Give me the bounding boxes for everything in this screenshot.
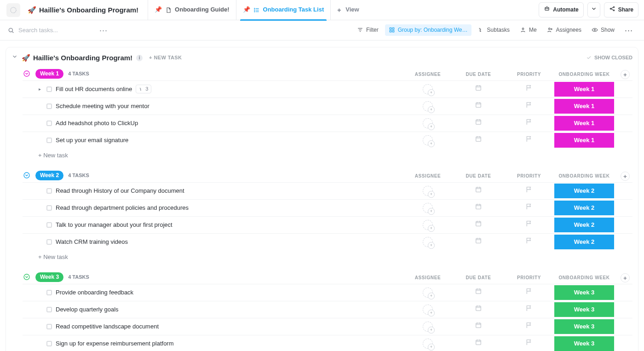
new-task-chip[interactable]: + NEW TASK — [149, 54, 182, 61]
due-date-empty-button[interactable] — [475, 203, 482, 213]
task-name[interactable]: Read through History of our Company docu… — [56, 187, 184, 195]
group-badge[interactable]: Week 3 — [35, 272, 63, 282]
task-name[interactable]: Sign up for expense reimbursement platfo… — [56, 339, 174, 348]
task-name[interactable]: Provide onboarding feedback — [56, 288, 133, 297]
status-checkbox[interactable] — [46, 121, 52, 126]
add-view-button[interactable]: + View — [330, 0, 365, 20]
group-by-button[interactable]: Group by: Onboarding We… — [385, 24, 472, 36]
status-checkbox[interactable] — [46, 205, 52, 211]
column-header-due_date[interactable]: DUE DATE — [453, 173, 504, 179]
task-name[interactable]: Read through department policies and pro… — [56, 204, 189, 212]
task-row[interactable]: Schedule meeting with your mentor Week 1 — [23, 98, 632, 115]
due-date-empty-button[interactable] — [475, 135, 482, 145]
task-row[interactable]: Sign up for expense reimbursement platfo… — [23, 335, 632, 351]
group-collapse-button[interactable] — [23, 171, 31, 179]
assignee-empty-button[interactable] — [423, 84, 433, 94]
status-checkbox[interactable] — [46, 290, 52, 295]
assignee-empty-button[interactable] — [423, 339, 433, 349]
status-checkbox[interactable] — [46, 239, 52, 245]
show-closed-button[interactable]: SHOW CLOSED — [586, 54, 632, 61]
column-header-onboarding_week[interactable]: ONBOARDING WEEK — [554, 275, 614, 281]
priority-empty-button[interactable] — [525, 288, 533, 297]
priority-empty-button[interactable] — [525, 305, 533, 314]
onboarding-week-pill[interactable]: Week 2 — [554, 218, 614, 232]
assignee-empty-button[interactable] — [423, 101, 433, 111]
task-row[interactable]: Develop quarterly goals Week 3 — [23, 301, 632, 318]
onboarding-week-pill[interactable]: Week 3 — [554, 336, 614, 351]
status-checkbox[interactable] — [46, 86, 52, 92]
task-name[interactable]: Schedule meeting with your mentor — [56, 102, 150, 110]
info-icon[interactable]: i — [136, 55, 143, 61]
group-collapse-button[interactable] — [23, 69, 31, 78]
column-header-due_date[interactable]: DUE DATE — [453, 275, 504, 281]
add-column-button[interactable]: + — [621, 70, 630, 79]
due-date-empty-button[interactable] — [475, 118, 482, 128]
due-date-empty-button[interactable] — [475, 339, 482, 348]
group-badge[interactable]: Week 2 — [35, 171, 63, 180]
onboarding-week-pill[interactable]: Week 1 — [554, 116, 614, 131]
onboarding-week-pill[interactable]: Week 1 — [554, 99, 614, 114]
priority-empty-button[interactable] — [525, 84, 533, 94]
priority-empty-button[interactable] — [525, 339, 533, 348]
column-header-assignee[interactable]: ASSIGNEE — [402, 71, 453, 78]
task-row[interactable]: Provide onboarding feedback Week 3 — [23, 284, 632, 301]
assignee-empty-button[interactable] — [423, 237, 433, 247]
task-name[interactable]: Set up your email signature — [56, 136, 128, 144]
task-name[interactable]: Talk to your manager about your first pr… — [56, 221, 172, 229]
column-header-assignee[interactable]: ASSIGNEE — [402, 173, 453, 179]
priority-empty-button[interactable] — [525, 220, 533, 230]
onboarding-week-pill[interactable]: Week 3 — [554, 285, 614, 300]
status-checkbox[interactable] — [46, 324, 52, 329]
breadcrumb-title[interactable]: 🚀 Haillie's Onboarding Program! — [24, 2, 142, 17]
due-date-empty-button[interactable] — [475, 237, 482, 247]
status-checkbox[interactable] — [46, 341, 52, 346]
column-header-assignee[interactable]: ASSIGNEE — [402, 275, 453, 281]
task-name[interactable]: Fill out HR documents online — [56, 85, 132, 93]
task-row[interactable]: Talk to your manager about your first pr… — [23, 216, 632, 233]
priority-empty-button[interactable] — [525, 101, 533, 111]
task-row[interactable]: Add headshot photo to ClickUp Week 1 — [23, 115, 632, 132]
show-button[interactable]: Show — [588, 24, 618, 36]
due-date-empty-button[interactable] — [475, 305, 482, 314]
task-row[interactable]: Watch CRM training videos Week 2 — [23, 233, 632, 250]
onboarding-week-pill[interactable]: Week 1 — [554, 82, 614, 97]
column-header-priority[interactable]: PRIORITY — [504, 71, 554, 78]
task-row[interactable]: Set up your email signature Week 1 — [23, 132, 632, 149]
priority-empty-button[interactable] — [525, 203, 533, 213]
column-header-priority[interactable]: PRIORITY — [504, 275, 554, 281]
priority-empty-button[interactable] — [525, 186, 533, 196]
assignee-empty-button[interactable] — [423, 135, 433, 145]
filter-button[interactable]: Filter — [353, 24, 382, 36]
search-input[interactable] — [18, 27, 92, 34]
assignee-empty-button[interactable] — [423, 288, 433, 298]
share-button[interactable]: Share — [604, 2, 638, 17]
list-title[interactable]: 🚀 Haillie's Onboarding Program! — [22, 53, 132, 63]
status-checkbox[interactable] — [46, 222, 52, 228]
priority-empty-button[interactable] — [525, 118, 533, 128]
onboarding-week-pill[interactable]: Week 3 — [554, 302, 614, 317]
column-header-priority[interactable]: PRIORITY — [504, 173, 554, 179]
onboarding-week-pill[interactable]: Week 3 — [554, 319, 614, 334]
group-collapse-button[interactable] — [23, 273, 31, 281]
expand-subtasks-button[interactable]: ▸ — [36, 86, 43, 92]
task-row[interactable]: Read through History of our Company docu… — [23, 182, 632, 199]
subtasks-button[interactable]: Subtasks — [474, 24, 513, 36]
column-header-due_date[interactable]: DUE DATE — [453, 71, 504, 78]
add-column-button[interactable]: + — [621, 273, 630, 282]
status-checkbox[interactable] — [46, 104, 52, 109]
priority-empty-button[interactable] — [525, 237, 533, 247]
priority-empty-button[interactable] — [525, 135, 533, 145]
assignee-empty-button[interactable] — [423, 118, 433, 128]
me-button[interactable]: Me — [516, 24, 540, 36]
list-collapse-button[interactable] — [12, 53, 18, 62]
column-header-onboarding_week[interactable]: ONBOARDING WEEK — [554, 173, 614, 179]
priority-empty-button[interactable] — [525, 322, 533, 331]
add-column-button[interactable]: + — [621, 172, 630, 181]
task-row[interactable]: Read competitive landscape document Week… — [23, 318, 632, 335]
column-header-onboarding_week[interactable]: ONBOARDING WEEK — [554, 71, 614, 78]
status-checkbox[interactable] — [46, 138, 52, 143]
task-name[interactable]: Read competitive landscape document — [56, 322, 159, 331]
onboarding-week-pill[interactable]: Week 1 — [554, 133, 614, 148]
assignee-empty-button[interactable] — [423, 305, 433, 315]
task-row[interactable]: ▸ Fill out HR documents online 3 Week 1 — [23, 81, 632, 98]
